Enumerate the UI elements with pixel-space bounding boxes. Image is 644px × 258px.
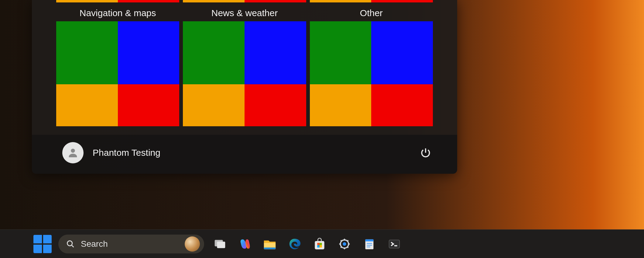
copilot-icon[interactable] (236, 235, 254, 253)
category-tile (310, 21, 433, 126)
start-menu-panel: Navigation & maps News & weather (32, 0, 457, 174)
svg-point-1 (67, 241, 72, 246)
taskbar: Search (0, 229, 644, 258)
user-avatar[interactable] (62, 142, 84, 163)
category-label: Other (360, 8, 383, 18)
search-highlight-icon (185, 236, 200, 252)
settings-icon[interactable] (335, 235, 354, 253)
svg-rect-13 (365, 239, 374, 241)
category-news-weather[interactable]: News & weather (183, 2, 306, 126)
category-tile-prev-0[interactable] (56, 0, 179, 2)
svg-rect-4 (264, 247, 276, 249)
search-icon (66, 240, 75, 248)
svg-rect-7 (320, 243, 322, 245)
microsoft-store-icon[interactable] (310, 235, 329, 253)
category-label: Navigation & maps (80, 8, 156, 18)
person-icon (67, 147, 79, 159)
svg-rect-3 (217, 242, 225, 248)
svg-rect-9 (320, 245, 322, 247)
terminal-icon[interactable] (385, 235, 403, 253)
category-tile-prev-2[interactable] (310, 0, 433, 2)
search-placeholder: Search (81, 239, 185, 249)
svg-point-0 (71, 148, 75, 152)
category-tile (56, 21, 179, 126)
category-other[interactable]: Other (310, 2, 433, 126)
category-navigation-maps[interactable]: Navigation & maps (56, 2, 179, 126)
desktop-background: Navigation & maps News & weather (0, 0, 644, 258)
category-label: News & weather (211, 8, 278, 18)
task-view-icon[interactable] (211, 235, 229, 253)
start-button[interactable] (33, 235, 52, 253)
svg-rect-6 (317, 243, 320, 245)
file-explorer-icon[interactable] (261, 235, 279, 253)
edge-icon[interactable] (286, 235, 304, 253)
start-menu-footer: Phantom Testing (32, 135, 457, 174)
category-row-main: Navigation & maps News & weather (56, 2, 433, 126)
power-icon (420, 147, 431, 159)
user-name-label: Phantom Testing (93, 148, 160, 158)
svg-point-11 (343, 242, 346, 246)
category-tile (183, 21, 306, 126)
svg-rect-8 (317, 245, 320, 247)
notepad-icon[interactable] (360, 235, 379, 253)
start-menu-categories: Navigation & maps News & weather (32, 0, 457, 135)
search-box[interactable]: Search (58, 235, 204, 253)
category-row-top-sliver (56, 0, 433, 2)
category-tile-prev-1[interactable] (183, 0, 306, 2)
power-button[interactable] (418, 145, 433, 160)
